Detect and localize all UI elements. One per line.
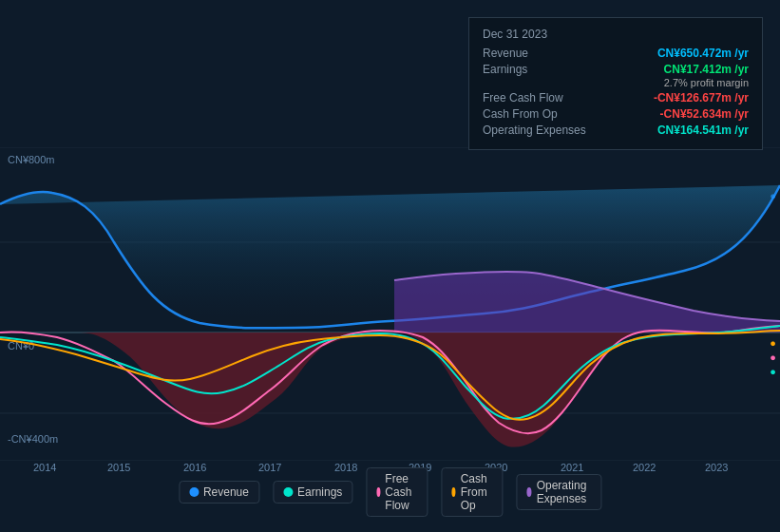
x-label-2015: 2015 [107, 462, 130, 473]
tooltip-row-earnings: Earnings CN¥17.412m /yr [483, 63, 749, 76]
fcf-value: -CN¥126.677m /yr [654, 91, 749, 104]
revenue-label: Revenue [483, 47, 528, 60]
opex-legend-dot [526, 487, 531, 497]
x-label-2023: 2023 [705, 462, 728, 473]
tooltip-row-cfo: Cash From Op -CN¥52.634m /yr [483, 107, 749, 121]
legend-cfo[interactable]: Cash From Op [441, 467, 503, 517]
earnings-value: CN¥17.412m /yr [664, 63, 749, 76]
chart-container: Dec 31 2023 Revenue CN¥650.472m /yr Earn… [0, 0, 780, 532]
profit-margin: 2.7% profit margin [483, 77, 749, 88]
tooltip-row-opex: Operating Expenses CN¥164.541m /yr [483, 124, 749, 137]
legend-fcf[interactable]: Free Cash Flow [366, 467, 428, 517]
earnings-legend-label: Earnings [297, 485, 342, 499]
earnings-label: Earnings [483, 63, 527, 76]
opex-value: CN¥164.541m /yr [657, 124, 749, 137]
tooltip-row-fcf: Free Cash Flow -CN¥126.677m /yr [483, 91, 749, 104]
cfo-legend-label: Cash From Op [461, 472, 493, 512]
cfo-label: Cash From Op [483, 107, 558, 121]
fcf-label: Free Cash Flow [483, 91, 563, 104]
earnings-legend-dot [283, 487, 293, 497]
chart-svg [0, 147, 780, 461]
tooltip-row-revenue: Revenue CN¥650.472m /yr [483, 47, 749, 60]
cfo-value: -CN¥52.634m /yr [660, 107, 749, 121]
fcf-legend-label: Free Cash Flow [385, 472, 417, 512]
x-label-2022: 2022 [633, 462, 656, 473]
legend-earnings[interactable]: Earnings [273, 481, 352, 504]
revenue-legend-dot [189, 487, 199, 497]
fcf-legend-dot [376, 487, 380, 497]
tooltip-box: Dec 31 2023 Revenue CN¥650.472m /yr Earn… [468, 17, 763, 150]
legend-revenue[interactable]: Revenue [179, 481, 259, 504]
legend-opex[interactable]: Operating Expenses [516, 474, 601, 510]
revenue-value: CN¥650.472m /yr [657, 47, 749, 60]
opex-label: Operating Expenses [483, 124, 586, 137]
chart-legend: Revenue Earnings Free Cash Flow Cash Fro… [179, 467, 601, 517]
cfo-legend-dot [451, 487, 455, 497]
tooltip-title: Dec 31 2023 [483, 28, 749, 41]
x-label-2014: 2014 [33, 462, 56, 473]
opex-legend-label: Operating Expenses [537, 479, 591, 505]
revenue-legend-label: Revenue [203, 485, 249, 499]
